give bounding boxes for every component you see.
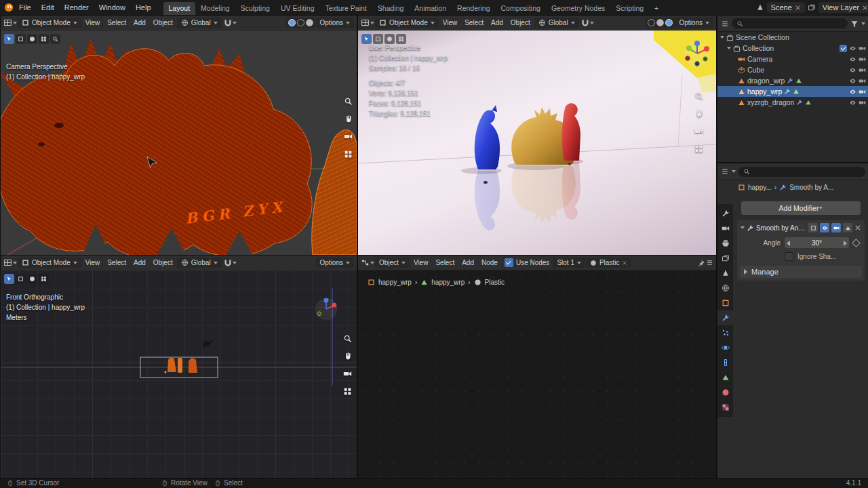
options-button[interactable]: Options xyxy=(316,258,354,268)
orientation-select[interactable]: Global xyxy=(177,18,222,28)
tab-geometry-nodes[interactable]: Geometry Nodes xyxy=(546,2,610,15)
menu-window[interactable]: Window xyxy=(94,2,130,13)
menu-edit[interactable]: Edit xyxy=(37,2,59,13)
viewport-canvas[interactable]: Camera Perspective (1) Collection | happ… xyxy=(1,30,357,255)
editor-type-icon[interactable] xyxy=(3,18,12,27)
outliner-row-xyzrgb-dragon[interactable]: xyzrgb_dragon xyxy=(717,97,868,108)
breadcrumb-object[interactable]: happy... xyxy=(748,184,772,191)
editor-type-icon[interactable] xyxy=(361,18,370,27)
manage-subpanel-header[interactable]: Manage xyxy=(740,266,862,278)
hide-eye-icon[interactable] xyxy=(849,66,856,74)
render-visibility-icon[interactable] xyxy=(859,56,866,63)
toggle-realtime[interactable] xyxy=(820,223,829,232)
menu-help[interactable]: Help xyxy=(131,2,156,13)
shading-material-icon[interactable] xyxy=(297,19,304,26)
camera-view-icon[interactable] xyxy=(693,125,704,136)
snap-magnet-icon[interactable] xyxy=(224,259,232,267)
menu-render[interactable]: Render xyxy=(60,2,94,13)
menu-view[interactable]: View xyxy=(82,258,104,268)
close-icon[interactable] xyxy=(795,5,801,11)
menu-select[interactable]: Select xyxy=(104,258,130,268)
tab-texture-paint[interactable]: Texture Paint xyxy=(320,2,372,15)
toggle-edit-mode[interactable] xyxy=(808,223,818,232)
toggle-perspective-icon[interactable] xyxy=(342,386,353,396)
expand-icon[interactable] xyxy=(727,47,731,49)
ignore-sharpness-row[interactable]: Ignore Sha... xyxy=(737,250,865,263)
tool-move-button[interactable] xyxy=(50,34,60,44)
add-workspace-button[interactable]: + xyxy=(649,2,664,15)
menu-view[interactable]: View xyxy=(439,18,461,28)
tab-object[interactable] xyxy=(717,296,733,310)
close-icon[interactable] xyxy=(622,260,627,266)
expand-icon[interactable] xyxy=(741,226,745,229)
breadcrumb-material[interactable]: Plastic xyxy=(485,279,505,286)
render-visibility-icon[interactable] xyxy=(859,99,866,106)
tab-view-layer[interactable] xyxy=(717,251,733,266)
mode-select[interactable]: Object Mode xyxy=(375,18,439,28)
hide-eye-icon[interactable] xyxy=(849,99,856,106)
menu-add[interactable]: Add xyxy=(488,18,507,28)
pan-hand-icon[interactable] xyxy=(342,350,353,361)
tool-select-circle-button[interactable] xyxy=(27,34,37,44)
close-icon[interactable] xyxy=(854,224,861,231)
tab-modifiers[interactable] xyxy=(717,310,733,325)
tool-cursor-button[interactable] xyxy=(396,34,406,44)
menu-add[interactable]: Add xyxy=(130,258,149,268)
menu-select[interactable]: Select xyxy=(461,18,487,28)
ignore-sharpness-checkbox[interactable] xyxy=(785,252,793,261)
camera-view-icon[interactable] xyxy=(342,368,353,379)
toggle-perspective-icon[interactable] xyxy=(342,148,353,159)
orientation-select[interactable]: Global xyxy=(534,18,579,28)
menu-file[interactable]: File xyxy=(14,2,36,13)
angle-value-slider[interactable]: 30° xyxy=(785,237,849,248)
tool-cursor-button[interactable] xyxy=(39,274,49,284)
tool-tweak-button[interactable] xyxy=(361,34,372,44)
hide-eye-icon[interactable] xyxy=(849,56,856,63)
menu-add[interactable]: Add xyxy=(458,258,477,268)
rendered-canvas[interactable]: User Perspective (1) Collection | happy_… xyxy=(358,30,716,255)
menu-node[interactable]: Node xyxy=(478,258,501,268)
tool-select-box-button[interactable] xyxy=(373,34,383,44)
add-modifier-button[interactable]: Add Modifier xyxy=(741,201,861,215)
tab-rendering[interactable]: Rendering xyxy=(452,2,495,15)
outliner-row-camera[interactable]: Camera xyxy=(717,54,868,64)
menu-view[interactable]: View xyxy=(82,18,104,28)
node-canvas[interactable]: happy_wrp › happy_wrp › Plastic xyxy=(358,270,716,478)
modifier-name-field[interactable]: Smooth by Angle xyxy=(756,224,806,232)
pan-hand-icon[interactable] xyxy=(693,108,704,119)
decrement-icon[interactable] xyxy=(787,241,790,246)
close-icon[interactable] xyxy=(862,5,868,11)
shading-solid-icon[interactable] xyxy=(648,19,655,26)
zoom-icon[interactable] xyxy=(342,333,353,344)
options-button[interactable]: Options xyxy=(675,18,713,28)
properties-editor-icon[interactable] xyxy=(721,167,729,176)
shader-type-select[interactable]: Object xyxy=(375,258,410,268)
mode-select[interactable]: Object Mode xyxy=(18,258,81,268)
toggle-cage[interactable] xyxy=(843,223,852,232)
menu-object[interactable]: Object xyxy=(150,258,176,268)
render-visibility-icon[interactable] xyxy=(859,66,866,74)
tab-scripting[interactable]: Scripting xyxy=(610,2,649,15)
editor-menu-icon[interactable] xyxy=(706,259,713,266)
outliner-editor-icon[interactable] xyxy=(721,20,729,28)
tool-tweak-button[interactable] xyxy=(4,274,14,284)
tab-uv-editing[interactable]: UV Editing xyxy=(275,2,320,15)
scene-selector[interactable]: Scene xyxy=(767,2,805,13)
tab-constraints[interactable] xyxy=(717,355,733,370)
menu-select[interactable]: Select xyxy=(104,18,130,28)
tab-material[interactable] xyxy=(717,385,733,400)
properties-search-input[interactable] xyxy=(738,167,865,177)
outliner-row-happy-wrp[interactable]: happy_wrp xyxy=(717,86,868,97)
shading-rendered-icon[interactable] xyxy=(665,19,673,26)
menu-view[interactable]: View xyxy=(410,258,432,268)
mode-select[interactable]: Object Mode xyxy=(18,18,81,28)
editor-type-icon[interactable] xyxy=(3,258,12,267)
shading-rendered-icon[interactable] xyxy=(306,19,313,26)
filter-icon[interactable] xyxy=(850,20,859,28)
collection-checkbox[interactable] xyxy=(840,45,847,52)
tool-select-box-button[interactable] xyxy=(16,34,26,44)
toggle-perspective-icon[interactable] xyxy=(693,143,704,154)
outliner-row-cube[interactable]: Cube xyxy=(717,64,868,75)
tool-select-box-button[interactable] xyxy=(16,274,26,284)
shading-material-icon[interactable] xyxy=(656,19,664,26)
